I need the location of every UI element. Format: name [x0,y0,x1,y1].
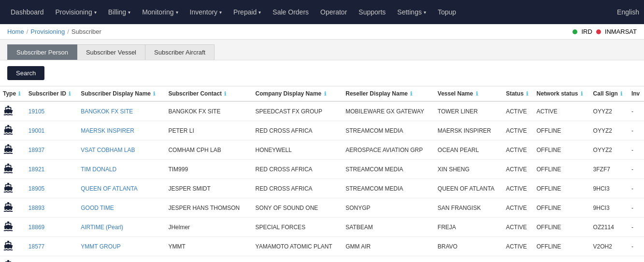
cell-vessel-name: SAN FRANGISK [435,198,503,218]
cell-subscriber-contact: JESPER HANS THOMSON [165,198,252,218]
nav-provisioning-arrow: ▾ [94,10,97,15]
inmarsat-status-dot [596,29,601,34]
table-row: 19105 BANGKOK FX SITE BANGKOK FX SITE SP… [0,101,644,121]
nav-topup[interactable]: Topup [432,0,462,24]
cell-network-status: OFFLINE [533,179,590,198]
col-reseller-info: ℹ [410,91,412,97]
cell-status: ACTIVE [503,101,533,121]
nav-settings[interactable]: Settings ▾ [391,0,432,24]
cell-company-display-name: RED CROSS AFRICA [253,160,343,179]
cell-vessel-name: FREJA [435,218,503,237]
cell-subscriber-id[interactable]: 19001 [26,121,78,140]
nav-provisioning-label: Provisioning [56,8,92,16]
nav-items: Dashboard Provisioning ▾ Billing ▾ Monit… [5,0,639,24]
nav-inventory[interactable]: Inventory ▾ [184,0,228,24]
breadcrumb-provisioning[interactable]: Provisioning [30,28,65,35]
cell-subscriber-id[interactable]: 18553 [26,256,78,262]
cell-status: ACTIVE [503,237,533,256]
col-subscriber-id: Subscriber ID ℹ [26,86,78,101]
tab-subscriber-aircraft[interactable]: Subscriber Aircraft [145,44,215,60]
nav-billing-arrow: ▾ [128,10,130,15]
cell-vessel-name: ACX PEARL [435,256,503,262]
cell-company-display-name: HONEYWELL [253,140,343,160]
tab-subscriber-person[interactable]: Subscriber Person [7,44,77,60]
col-contact-info: ℹ [224,91,226,97]
cell-subscriber-contact: COMHAM CPH LAB [165,140,252,160]
table-row: 18869 AIRTIME (Pearl) JHelmer SPECIAL FO… [0,218,644,237]
cell-network-status: OFFLINE [533,218,590,237]
cell-subscriber-display-name[interactable]: QUEEN OF ATLANTA [78,179,165,198]
cell-status: ACTIVE [503,121,533,140]
cell-type [0,140,26,160]
cell-company-display-name: SPEEDCAST FX GROUP [253,101,343,121]
breadcrumb-home[interactable]: Home [7,28,24,35]
breadcrumb-sep-2: / [67,28,69,35]
col-status: Status ℹ [503,86,533,101]
nav-settings-arrow: ▾ [424,10,426,15]
nav-operator[interactable]: Operator [315,0,353,24]
search-section: Search [0,60,644,86]
cell-reseller-display-name: SATBEAM [343,218,435,237]
cell-inv: - [629,140,644,160]
cell-subscriber-id[interactable]: 18869 [26,218,78,237]
table-container: Type ℹ Subscriber ID ℹ Subscriber Displa… [0,86,644,262]
cell-inv: - [629,121,644,140]
cell-subscriber-display-name[interactable]: MAERSK INSPIRER [78,121,165,140]
breadcrumb-sep-1: / [27,28,29,35]
cell-company-display-name: RED CROSS AFRICA [253,121,343,140]
cell-type [0,101,26,121]
nav-billing[interactable]: Billing ▾ [102,0,136,24]
cell-subscriber-display-name[interactable]: GOOD TIME [78,198,165,218]
cell-vessel-name: BRAVO [435,237,503,256]
cell-vessel-name: XIN SHENG [435,160,503,179]
search-button[interactable]: Search [7,66,44,80]
cell-type [0,256,26,262]
cell-subscriber-contact: JHelmer [165,218,252,237]
tab-subscriber-vessel[interactable]: Subscriber Vessel [77,44,145,60]
cell-call-sign: 3ETN4 [590,256,629,262]
cell-reseller-display-name: GMM AIR [343,237,435,256]
cell-subscriber-id[interactable]: 18921 [26,160,78,179]
subscribers-table: Type ℹ Subscriber ID ℹ Subscriber Displa… [0,86,644,262]
cell-inv: - [629,179,644,198]
cell-subscriber-contact: BANGKOK FX SITE [165,101,252,121]
cell-subscriber-id[interactable]: 18577 [26,237,78,256]
col-network-status: Network status ℹ [533,86,590,101]
cell-subscriber-id[interactable]: 18905 [26,179,78,198]
cell-subscriber-display-name[interactable]: BANGKOK FX SITE [78,101,165,121]
nav-dashboard[interactable]: Dashboard [5,0,50,24]
cell-call-sign: 3FZF7 [590,160,629,179]
top-navigation: Dashboard Provisioning ▾ Billing ▾ Monit… [0,0,644,24]
cell-call-sign: OZ2114 [590,218,629,237]
nav-saleorders[interactable]: Sale Orders [267,0,315,24]
cell-subscriber-display-name[interactable]: VSAT COBHAM LAB [78,140,165,160]
col-reseller-display-name: Reseller Display Name ℹ [343,86,435,101]
table-row: 18893 GOOD TIME JESPER HANS THOMSON SONY… [0,198,644,218]
cell-subscriber-id[interactable]: 18893 [26,198,78,218]
nav-supports-label: Supports [358,8,386,16]
col-company-info: ℹ [324,91,326,97]
col-subscriber-contact: Subscriber Contact ℹ [165,86,252,101]
cell-subscriber-display-name[interactable]: YMMT GROUP [78,237,165,256]
cell-inv: - [629,198,644,218]
col-vessel-info: ℹ [476,91,478,97]
cell-subscriber-id[interactable]: 19105 [26,101,78,121]
cell-subscriber-display-name[interactable]: AIRTIME (Pearl) [78,218,165,237]
nav-inventory-label: Inventory [190,8,218,16]
cell-subscriber-display-name[interactable]: TIM DONALD [78,160,165,179]
col-inv: Inv [629,86,644,101]
nav-prepaid[interactable]: Prepaid ▾ [228,0,267,24]
nav-provisioning[interactable]: Provisioning ▾ [50,0,102,24]
cell-type [0,179,26,198]
nav-supports[interactable]: Supports [353,0,391,24]
language-selector[interactable]: English [617,8,639,16]
nav-monitoring[interactable]: Monitoring ▾ [136,0,184,24]
cell-inv: - [629,218,644,237]
table-header-row: Type ℹ Subscriber ID ℹ Subscriber Displa… [0,86,644,101]
col-vessel-name: Vessel Name ℹ [435,86,503,101]
nav-monitoring-arrow: ▾ [176,10,178,15]
breadcrumb: Home / Provisioning / Subscriber [7,28,101,35]
cell-subscriber-display-name[interactable]: MARINE [78,256,165,262]
col-type-info: ℹ [18,91,20,97]
cell-subscriber-id[interactable]: 18937 [26,140,78,160]
